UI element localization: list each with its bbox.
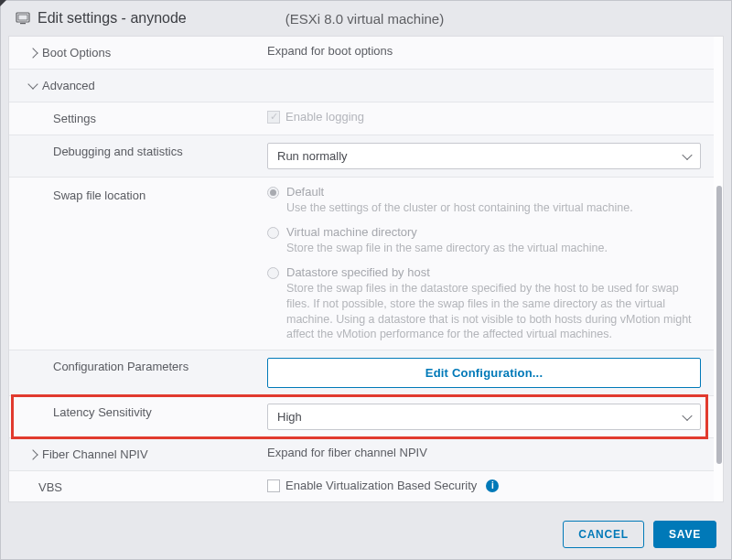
chevron-right-icon [27, 449, 38, 459]
enable-logging-label: Enable logging [285, 110, 364, 124]
svg-rect-2 [18, 15, 27, 20]
dialog-title: Edit settings - anynode [38, 10, 187, 27]
scrollbar[interactable] [716, 37, 723, 501]
row-latency-sensitivity: Latency Sensitivity High [9, 396, 714, 438]
latency-label: Latency Sensitivity [53, 405, 152, 419]
info-icon[interactable]: i [486, 479, 499, 492]
row-fiber-channel-npiv[interactable]: Fiber Channel NPIV Expand for fiber chan… [9, 438, 714, 471]
debugging-label: Debugging and statistics [53, 145, 183, 158]
scrollbar-thumb[interactable] [716, 186, 722, 465]
corner-caret [0, 0, 6, 6]
dialog-footer: CANCEL SAVE [1, 510, 731, 559]
vbs-checkbox-label: Enable Virtualization Based Security [285, 479, 477, 492]
vbs-label: VBS [38, 480, 62, 494]
enable-logging-checkbox: ✓ [267, 111, 280, 124]
edit-configuration-button[interactable]: Edit Configuration... [267, 358, 701, 388]
dialog-body: Boot Options Expand for boot options Adv… [8, 36, 724, 502]
cancel-button[interactable]: CANCEL [563, 521, 644, 548]
boot-options-value: Expand for boot options [267, 44, 701, 58]
row-vbs: VBS Enable Virtualization Based Security… [9, 471, 714, 501]
latency-select[interactable]: High [267, 404, 701, 430]
row-config-params: Configuration Parameters Edit Configurat… [9, 350, 714, 396]
config-params-label: Configuration Parameters [53, 360, 188, 373]
row-settings: Settings ✓ Enable logging [9, 102, 714, 135]
radio-icon [267, 227, 279, 239]
fcnpiv-value: Expand for fiber channel NPIV [267, 446, 701, 459]
swap-radio-vmdir: Virtual machine directory Store the swap… [267, 225, 697, 256]
radio-icon [267, 267, 279, 279]
chevron-right-icon [27, 48, 38, 58]
latency-select-value: High [267, 404, 701, 430]
vm-icon [16, 11, 30, 26]
swap-default-title: Default [286, 185, 697, 199]
row-boot-options[interactable]: Boot Options Expand for boot options [9, 37, 714, 70]
swap-label: Swap file location [53, 188, 145, 202]
debugging-select-value: Run normally [267, 143, 701, 169]
save-button[interactable]: SAVE [653, 521, 716, 548]
advanced-label: Advanced [42, 79, 95, 92]
svg-rect-1 [20, 23, 26, 24]
radio-icon [267, 187, 279, 199]
chevron-down-icon [27, 79, 38, 89]
edit-settings-dialog: Edit settings - anynode (ESXi 8.0 virtua… [0, 0, 732, 560]
swap-radio-default: Default Use the settings of the cluster … [267, 185, 697, 216]
debugging-select[interactable]: Run normally [267, 143, 701, 169]
swap-vmdir-desc: Store the swap file in the same director… [286, 241, 697, 256]
dialog-subtitle: (ESXi 8.0 virtual machine) [285, 11, 444, 27]
swap-hostds-desc: Store the swap files in the datastore sp… [286, 281, 697, 343]
settings-label: Settings [53, 112, 96, 125]
swap-radio-host-datastore: Datastore specified by host Store the sw… [267, 265, 697, 343]
boot-options-label: Boot Options [42, 46, 111, 59]
swap-default-desc: Use the settings of the cluster or host … [286, 200, 697, 216]
fcnpiv-label: Fiber Channel NPIV [42, 447, 148, 461]
row-swap-location: Swap file location Default Use the setti… [9, 178, 714, 350]
swap-vmdir-title: Virtual machine directory [286, 225, 697, 239]
swap-hostds-title: Datastore specified by host [286, 265, 697, 279]
settings-scroll-area: Boot Options Expand for boot options Adv… [9, 37, 714, 501]
row-advanced[interactable]: Advanced [9, 70, 714, 102]
vbs-checkbox[interactable] [267, 479, 280, 492]
row-debugging: Debugging and statistics Run normally [9, 135, 714, 178]
dialog-header: Edit settings - anynode (ESXi 8.0 virtua… [1, 1, 731, 36]
